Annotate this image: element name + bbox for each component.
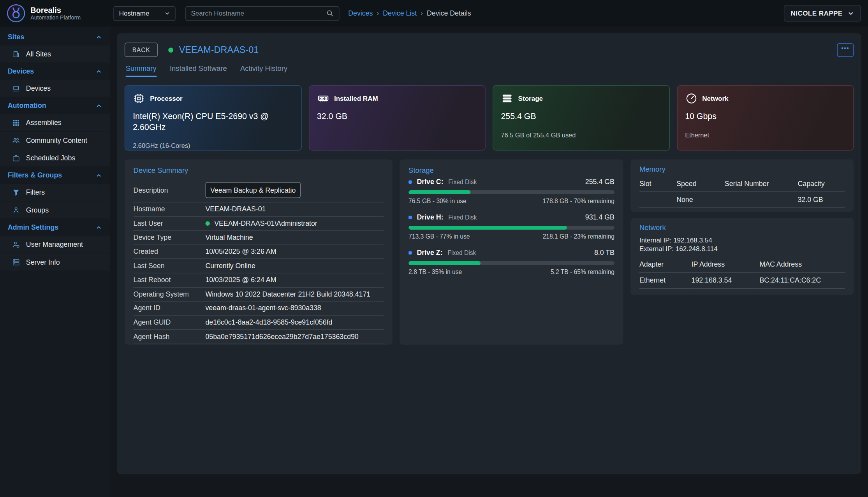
summary-row-agent-id: Agent ID veeam-draas-01-agent-svc-8930a3… (134, 302, 384, 316)
search-box (185, 6, 339, 21)
sidebar-item-label: Assemblies (26, 119, 62, 126)
summary-row-operating-system: Operating System Windows 10 2022 Datacen… (134, 288, 384, 302)
cpu-icon (133, 92, 145, 104)
hostname-filter-value: Hostname (119, 9, 150, 17)
grid-icon (12, 119, 20, 126)
tab-activity-history[interactable]: Activity History (240, 64, 287, 77)
sidebar-item-scheduled-jobs[interactable]: Scheduled Jobs (0, 149, 110, 167)
stat-card-storage: Storage 255.4 GB 76.5 GB of 255.4 GB use… (493, 85, 669, 151)
drive-usage-bar (408, 226, 614, 230)
table-cell: BC:24:11:CA:C6:2C (759, 273, 845, 289)
stat-card-processor: Processor Intel(R) Xeon(R) CPU E5-2690 v… (125, 85, 301, 151)
sidebar-section-sites[interactable]: Sites (0, 29, 110, 46)
storage-stack-icon (501, 92, 513, 104)
chevron-up-icon (96, 172, 102, 179)
internal-ip: Internal IP: 192.168.3.54 (639, 236, 845, 245)
drive-row-c: Drive C: Fixed Disk 255.4 GB 76.5 GB - 3… (408, 178, 614, 204)
laptop-icon (12, 84, 20, 92)
gauge-icon (685, 92, 697, 104)
sidebar-item-label: Server Info (26, 258, 60, 266)
external-ip: External IP: 162.248.8.114 (639, 245, 845, 254)
drive-used-text: 2.8 TB - 35% in use (408, 268, 462, 275)
device-details-panel: BACK VEEAM-DRAAS-01 ••• Summary Installe… (117, 33, 861, 474)
stat-card-installed-ram: Installed RAM 32.0 GB (309, 85, 486, 151)
stat-card-network: Network 10 Gbps Ethernet (677, 85, 854, 151)
breadcrumb-separator: › (421, 9, 423, 17)
drive-remaining-text: 178.8 GB - 70% remaining (543, 197, 614, 204)
breadcrumb-link-device-list[interactable]: Device List (383, 9, 417, 17)
summary-row-last-reboot: Last Reboot 10/03/2025 @ 6:24 AM (134, 273, 384, 287)
app: Borealis Automation Platform Hostname De… (0, 0, 868, 497)
sidebar-section-filters-groups[interactable]: Filters & Groups (0, 167, 110, 184)
chevron-up-icon (96, 224, 102, 230)
table-cell (725, 192, 798, 208)
drive-used-text: 713.3 GB - 77% in use (408, 233, 470, 239)
drive-row-z: Drive Z: Fixed Disk 8.0 TB 2.8 TB - 35% … (408, 249, 614, 275)
tab-installed-software[interactable]: Installed Software (170, 64, 227, 77)
summary-row-device-type: Device Type Virtual Machine (134, 231, 384, 245)
sidebar-section-admin-settings[interactable]: Admin Settings (0, 219, 110, 236)
table-cell: 192.168.3.54 (692, 273, 760, 289)
sidebar-item-label: User Management (26, 241, 83, 248)
stat-card-label: Processor (150, 95, 182, 102)
sidebar-item-label: Groups (26, 206, 49, 214)
sidebar-item-server-info[interactable]: Server Info (0, 253, 110, 270)
user-menu-button[interactable]: NICOLE RAPPE (784, 5, 861, 22)
sidebar-item-label: Community Content (26, 136, 87, 144)
summary-row-last-seen: Last Seen Currently Online (134, 259, 384, 273)
stat-card-label: Installed RAM (334, 95, 378, 102)
person-icon (12, 206, 20, 214)
online-status-dot (169, 47, 174, 53)
main-content: BACK VEEAM-DRAAS-01 ••• Summary Installe… (110, 26, 868, 497)
card-title: Device Summary (134, 166, 384, 174)
summary-row-hostname: Hostname VEEAM-DRAAS-01 (134, 202, 384, 216)
network-card: Network Internal IP: 192.168.3.54 Extern… (630, 218, 854, 295)
back-button[interactable]: BACK (125, 42, 158, 57)
stat-card-sub: Ethernet (685, 132, 845, 138)
ram-icon (317, 92, 329, 104)
card-title: Memory (639, 165, 845, 173)
breadcrumb-current: Device Details (427, 9, 471, 17)
storage-card: Storage Drive C: Fixed Disk 255.4 GB 76.… (400, 159, 623, 344)
description-input[interactable] (205, 182, 301, 198)
topbar: Borealis Automation Platform Hostname De… (0, 0, 868, 26)
sidebar-item-groups[interactable]: Groups (0, 201, 110, 218)
sidebar-item-devices[interactable]: Devices (0, 80, 110, 97)
table-cell: Ethernet (639, 273, 692, 289)
hostname-filter-select[interactable]: Hostname (113, 6, 175, 21)
more-options-button[interactable]: ••• (837, 43, 854, 57)
summary-row-agent-guid: Agent GUID de16c0c1-8aa2-4d18-9585-9ce91… (134, 316, 384, 330)
tab-summary[interactable]: Summary (126, 64, 157, 77)
sidebar-item-all-sites[interactable]: All Sites (0, 46, 110, 63)
search-input[interactable] (191, 9, 326, 17)
online-status-dot (205, 221, 210, 225)
detail-grid: Device Summary Description Hostname VEEA… (125, 159, 854, 344)
table-cell: None (676, 192, 725, 208)
briefcase-icon (12, 154, 20, 162)
stat-card-sub: 76.5 GB of 255.4 GB used (501, 132, 662, 138)
sidebar-item-user-management[interactable]: User Management (0, 236, 110, 253)
stat-card-label: Network (702, 95, 728, 102)
tab-bar: Summary Installed Software Activity Hist… (126, 64, 853, 77)
sidebar-item-community-content[interactable]: Community Content (0, 132, 110, 149)
sidebar-item-label: All Sites (26, 50, 51, 58)
summary-row-last-user: Last User VEEAM-DRAAS-01\Administrator (134, 217, 384, 231)
chevron-down-icon (164, 11, 170, 16)
card-title: Storage (408, 166, 614, 174)
user-gear-icon (12, 241, 20, 248)
chevron-up-icon (96, 103, 102, 109)
sidebar-section-devices[interactable]: Devices (0, 63, 110, 80)
sidebar-item-assemblies[interactable]: Assemblies (0, 114, 110, 131)
chevron-up-icon (96, 34, 102, 40)
brand: Borealis Automation Platform (0, 4, 110, 23)
sidebar-section-automation[interactable]: Automation (0, 97, 110, 114)
stat-card-label: Storage (518, 95, 543, 102)
sidebar-section-label: Filters & Groups (8, 172, 62, 179)
sidebar-section-label: Automation (8, 102, 46, 110)
breadcrumb-link-devices[interactable]: Devices (348, 9, 373, 17)
search-icon[interactable] (326, 9, 334, 17)
user-name: NICOLE RAPPE (791, 9, 843, 17)
summary-row-description: Description (134, 178, 384, 203)
sidebar-item-filters[interactable]: Filters (0, 184, 110, 201)
device-title: VEEAM-DRAAS-01 (179, 44, 259, 55)
